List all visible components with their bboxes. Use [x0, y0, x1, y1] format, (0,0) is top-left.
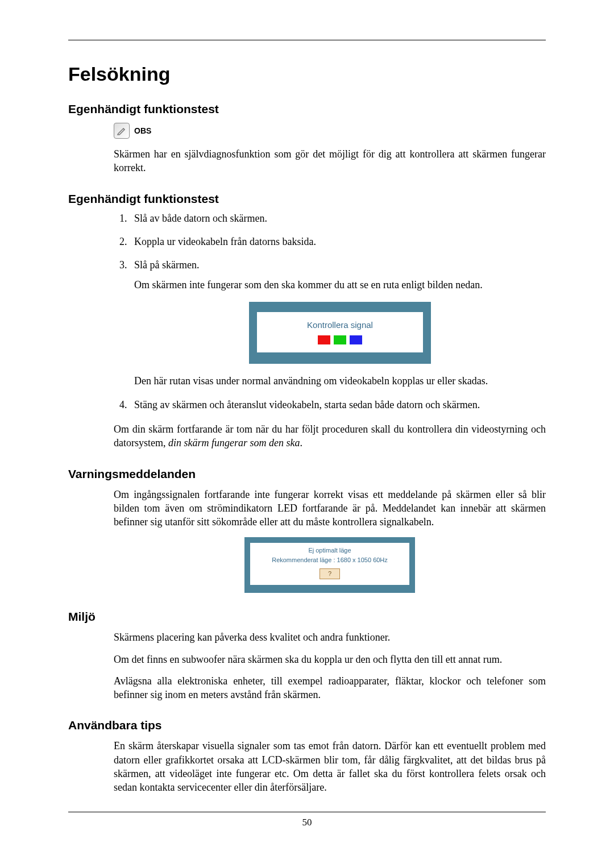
obs-row: OBS [114, 123, 546, 139]
env-p2: Om det finns en subwoofer nära skärmen s… [114, 653, 546, 666]
step-3-note-b: Den här rutan visas under normal användn… [134, 374, 546, 388]
step-2-text: Koppla ur videokabeln från datorns baksi… [134, 236, 316, 247]
signal-dialog-title: Kontrollera signal [257, 320, 423, 330]
env-p3: Avlägsna alla elektroniska enheter, till… [114, 674, 546, 702]
obs-label: OBS [134, 126, 151, 135]
step-1-text: Slå av både datorn och skärmen. [134, 213, 267, 224]
rgb-indicator [257, 335, 423, 344]
env-p1: Skärmens placering kan påverka dess kval… [114, 630, 546, 644]
step-3-note-a: Om skärmen inte fungerar som den ska kom… [134, 278, 546, 292]
bottom-rule [68, 812, 546, 812]
section-heading-warnings: Varningsmeddelanden [68, 467, 546, 481]
step-4-text: Stäng av skärmen och återanslut videokab… [134, 399, 480, 410]
green-square-icon [334, 335, 346, 344]
intro-paragraph: Skärmen har en självdiagnosfunktion som … [114, 147, 546, 175]
step-3-text: Slå på skärmen. [134, 259, 199, 271]
page-number: 50 [68, 817, 546, 828]
steps-list: Slå av både datorn och skärmen. Koppla u… [114, 213, 546, 412]
page-title: Felsökning [68, 63, 546, 85]
intro-text: Skärmen har en självdiagnosfunktion som … [114, 147, 546, 175]
warnings-paragraph: Om ingångssignalen fortfarande inte fung… [114, 488, 546, 529]
section-heading-tips: Användbara tips [68, 719, 546, 732]
step-2: Koppla ur videokabeln från datorns baksi… [130, 236, 546, 248]
top-rule [68, 40, 546, 40]
note-icon [114, 123, 130, 139]
outro-end: . [300, 437, 303, 448]
warnings-body: Om ingångssignalen fortfarande inte fung… [114, 488, 546, 593]
outro-italic: din skärm fungerar som den ska [168, 437, 300, 448]
section-heading-selftest-intro: Egenhändigt funktionstest [68, 102, 546, 116]
step-1: Slå av både datorn och skärmen. [130, 213, 546, 225]
selftest-outro: Om din skärm fortfarande är tom när du h… [114, 422, 546, 450]
tips-p1: En skärm återskapar visuella signaler so… [114, 739, 546, 794]
tips-body: En skärm återskapar visuella signaler so… [114, 739, 546, 794]
blue-square-icon [350, 335, 362, 344]
section-heading-selftest-steps: Egenhändigt funktionstest [68, 192, 546, 206]
signal-check-dialog: Kontrollera signal [249, 302, 431, 364]
step-4: Stäng av skärmen och återanslut videokab… [130, 399, 546, 411]
environment-body: Skärmens placering kan påverka dess kval… [114, 630, 546, 701]
selftest-outro-paragraph: Om din skärm fortfarande är tom när du h… [114, 422, 546, 450]
warn-help-button: ? [320, 568, 340, 579]
step-3: Slå på skärmen. Om skärmen inte fungerar… [130, 259, 546, 388]
warn-line1: Ej optimalt läge [252, 546, 407, 555]
warn-line2: Rekommenderat läge : 1680 x 1050 60Hz [252, 556, 407, 564]
section-heading-environment: Miljö [68, 610, 546, 624]
mode-warning-dialog: Ej optimalt läge Rekommenderat läge : 16… [244, 537, 415, 593]
red-square-icon [318, 335, 330, 344]
